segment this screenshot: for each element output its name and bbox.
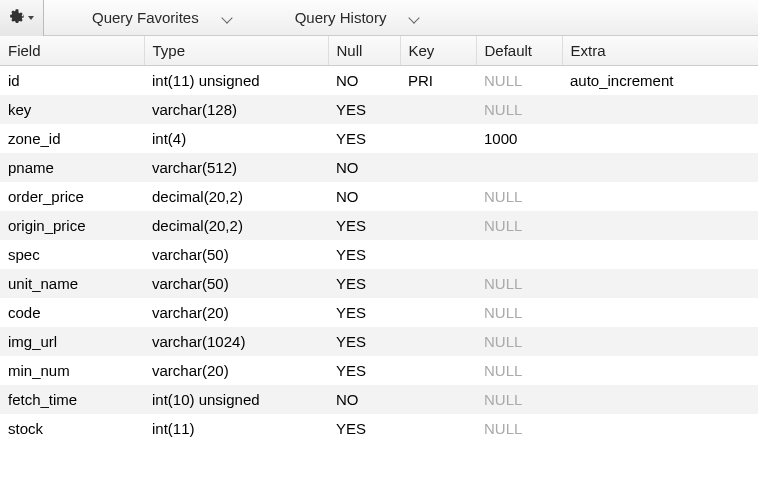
cell-default[interactable]: NULL: [476, 327, 562, 356]
cell-extra[interactable]: [562, 327, 758, 356]
cell-default[interactable]: NULL: [476, 414, 562, 443]
cell-null[interactable]: NO: [328, 385, 400, 414]
cell-null[interactable]: YES: [328, 298, 400, 327]
cell-null[interactable]: YES: [328, 327, 400, 356]
cell-key[interactable]: [400, 240, 476, 269]
header-default[interactable]: Default: [476, 36, 562, 66]
cell-field[interactable]: unit_name: [0, 269, 144, 298]
cell-key[interactable]: [400, 414, 476, 443]
cell-null[interactable]: YES: [328, 356, 400, 385]
cell-default[interactable]: NULL: [476, 385, 562, 414]
cell-type[interactable]: int(11): [144, 414, 328, 443]
table-row[interactable]: keyvarchar(128)YESNULL: [0, 95, 758, 124]
cell-key[interactable]: [400, 327, 476, 356]
table-row[interactable]: specvarchar(50)YES: [0, 240, 758, 269]
header-type[interactable]: Type: [144, 36, 328, 66]
cell-type[interactable]: varchar(1024): [144, 327, 328, 356]
cell-type[interactable]: decimal(20,2): [144, 182, 328, 211]
cell-type[interactable]: varchar(20): [144, 356, 328, 385]
table-row[interactable]: pnamevarchar(512)NO: [0, 153, 758, 182]
cell-field[interactable]: origin_price: [0, 211, 144, 240]
table-row[interactable]: idint(11) unsignedNOPRINULLauto_incremen…: [0, 66, 758, 95]
cell-extra[interactable]: [562, 153, 758, 182]
cell-key[interactable]: PRI: [400, 66, 476, 95]
header-null[interactable]: Null: [328, 36, 400, 66]
header-extra[interactable]: Extra: [562, 36, 758, 66]
cell-type[interactable]: int(11) unsigned: [144, 66, 328, 95]
cell-default[interactable]: [476, 153, 562, 182]
cell-key[interactable]: [400, 211, 476, 240]
cell-default[interactable]: NULL: [476, 298, 562, 327]
cell-key[interactable]: [400, 124, 476, 153]
cell-null[interactable]: YES: [328, 95, 400, 124]
cell-type[interactable]: varchar(512): [144, 153, 328, 182]
cell-null[interactable]: NO: [328, 66, 400, 95]
cell-default[interactable]: NULL: [476, 269, 562, 298]
cell-field[interactable]: id: [0, 66, 144, 95]
cell-extra[interactable]: [562, 95, 758, 124]
cell-default[interactable]: NULL: [476, 356, 562, 385]
cell-extra[interactable]: [562, 356, 758, 385]
table-row[interactable]: unit_namevarchar(50)YESNULL: [0, 269, 758, 298]
cell-key[interactable]: [400, 385, 476, 414]
header-field[interactable]: Field: [0, 36, 144, 66]
cell-type[interactable]: varchar(128): [144, 95, 328, 124]
table-row[interactable]: min_numvarchar(20)YESNULL: [0, 356, 758, 385]
cell-default[interactable]: NULL: [476, 95, 562, 124]
cell-default[interactable]: NULL: [476, 66, 562, 95]
cell-field[interactable]: code: [0, 298, 144, 327]
cell-field[interactable]: order_price: [0, 182, 144, 211]
cell-default[interactable]: NULL: [476, 182, 562, 211]
cell-extra[interactable]: [562, 211, 758, 240]
cell-field[interactable]: min_num: [0, 356, 144, 385]
cell-field[interactable]: stock: [0, 414, 144, 443]
cell-null[interactable]: YES: [328, 211, 400, 240]
table-row[interactable]: origin_pricedecimal(20,2)YESNULL: [0, 211, 758, 240]
cell-field[interactable]: fetch_time: [0, 385, 144, 414]
cell-key[interactable]: [400, 182, 476, 211]
table-row[interactable]: codevarchar(20)YESNULL: [0, 298, 758, 327]
cell-extra[interactable]: [562, 240, 758, 269]
cell-type[interactable]: varchar(50): [144, 269, 328, 298]
cell-extra[interactable]: auto_increment: [562, 66, 758, 95]
cell-key[interactable]: [400, 95, 476, 124]
cell-type[interactable]: int(4): [144, 124, 328, 153]
cell-field[interactable]: pname: [0, 153, 144, 182]
cell-null[interactable]: YES: [328, 414, 400, 443]
table-row[interactable]: order_pricedecimal(20,2)NONULL: [0, 182, 758, 211]
cell-type[interactable]: int(10) unsigned: [144, 385, 328, 414]
header-key[interactable]: Key: [400, 36, 476, 66]
cell-null[interactable]: YES: [328, 124, 400, 153]
cell-field[interactable]: key: [0, 95, 144, 124]
cell-type[interactable]: varchar(50): [144, 240, 328, 269]
cell-type[interactable]: varchar(20): [144, 298, 328, 327]
cell-field[interactable]: spec: [0, 240, 144, 269]
cell-field[interactable]: img_url: [0, 327, 144, 356]
cell-field[interactable]: zone_id: [0, 124, 144, 153]
table-row[interactable]: img_urlvarchar(1024)YESNULL: [0, 327, 758, 356]
table-row[interactable]: fetch_timeint(10) unsignedNONULL: [0, 385, 758, 414]
table-row[interactable]: stockint(11)YESNULL: [0, 414, 758, 443]
cell-key[interactable]: [400, 356, 476, 385]
cell-default[interactable]: 1000: [476, 124, 562, 153]
cell-null[interactable]: NO: [328, 182, 400, 211]
cell-extra[interactable]: [562, 269, 758, 298]
cell-type[interactable]: decimal(20,2): [144, 211, 328, 240]
cell-default[interactable]: NULL: [476, 211, 562, 240]
cell-default[interactable]: [476, 240, 562, 269]
cell-extra[interactable]: [562, 298, 758, 327]
query-favorites-dropdown[interactable]: Query Favorites: [44, 9, 243, 26]
cell-null[interactable]: NO: [328, 153, 400, 182]
cell-null[interactable]: YES: [328, 269, 400, 298]
cell-key[interactable]: [400, 269, 476, 298]
cell-null[interactable]: YES: [328, 240, 400, 269]
cell-extra[interactable]: [562, 385, 758, 414]
cell-extra[interactable]: [562, 182, 758, 211]
query-history-dropdown[interactable]: Query History: [243, 9, 431, 26]
cell-extra[interactable]: [562, 124, 758, 153]
gear-menu-button[interactable]: [0, 0, 44, 36]
cell-key[interactable]: [400, 298, 476, 327]
cell-extra[interactable]: [562, 414, 758, 443]
table-row[interactable]: zone_idint(4)YES1000: [0, 124, 758, 153]
cell-key[interactable]: [400, 153, 476, 182]
